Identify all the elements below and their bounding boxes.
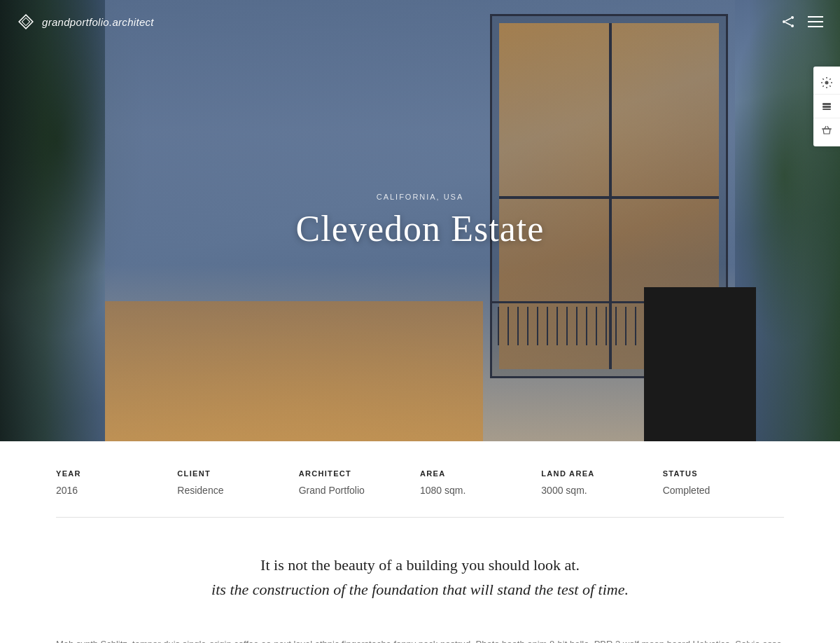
tree-left <box>0 0 112 441</box>
layers-tool-button[interactable] <box>813 95 840 118</box>
logo-accent: .architect <box>109 16 154 28</box>
header-actions <box>781 15 823 29</box>
logo-icon <box>17 13 35 31</box>
logo[interactable]: grandportfolio.architect <box>17 13 154 31</box>
info-label: Year <box>56 469 163 478</box>
svg-rect-8 <box>808 21 823 22</box>
info-label: Status <box>663 469 770 478</box>
svg-rect-0 <box>19 15 33 29</box>
info-label: Land Area <box>541 469 648 478</box>
svg-line-6 <box>785 22 791 25</box>
project-info-section: Year 2016 Client Residence Architect Gra… <box>0 441 840 517</box>
info-label: Architect <box>299 469 406 478</box>
quote-line-1: It is not the beauty of a building you s… <box>140 553 700 577</box>
info-col: Land Area 3000 sqm. <box>541 469 662 496</box>
quote-line-2: its the construction of the foundation t… <box>140 577 700 602</box>
info-value: 1080 sqm. <box>420 485 527 496</box>
info-col: Architect Grand Portfolio <box>299 469 420 496</box>
railing-bar <box>635 307 636 345</box>
layers-icon <box>821 102 832 111</box>
quote-text: It is not the beauty of a building you s… <box>140 553 700 602</box>
basket-icon <box>821 125 832 136</box>
info-col: Area 1080 sqm. <box>420 469 541 496</box>
railing-bar <box>625 307 626 345</box>
settings-tool-button[interactable] <box>813 71 840 95</box>
side-toolbar <box>813 67 840 146</box>
quote-section: It is not the beauty of a building you s… <box>0 518 840 623</box>
railing-bar <box>606 307 607 345</box>
logo-text: grandportfolio.architect <box>42 16 154 28</box>
svg-rect-11 <box>822 103 831 105</box>
svg-rect-9 <box>808 26 823 27</box>
railing-bar <box>507 307 509 345</box>
hero-location: California, USA <box>296 193 545 201</box>
building-arch-opening <box>105 301 483 441</box>
info-value: Completed <box>663 485 770 496</box>
svg-point-4 <box>791 25 794 27</box>
info-col: Client Residence <box>177 469 298 496</box>
info-value: Grand Portfolio <box>299 485 406 496</box>
svg-rect-1 <box>22 18 29 25</box>
railing-bar <box>596 307 597 345</box>
info-label: Area <box>420 469 527 478</box>
body-text: Meh synth Schlitz, tempor duis single-or… <box>0 623 840 643</box>
info-value: 2016 <box>56 485 163 496</box>
svg-point-2 <box>791 16 794 19</box>
header: grandportfolio.architect <box>0 0 840 43</box>
logo-main: grandportfolio <box>42 16 109 28</box>
svg-line-5 <box>785 18 791 21</box>
railing-bar <box>576 307 578 345</box>
railing-bar <box>547 307 548 345</box>
info-col: Year 2016 <box>56 469 177 496</box>
info-value: Residence <box>177 485 284 496</box>
settings-icon <box>821 77 832 88</box>
railing-bar <box>517 307 519 345</box>
svg-rect-7 <box>808 16 823 18</box>
svg-rect-12 <box>822 106 831 108</box>
svg-point-3 <box>783 20 785 23</box>
railing-bar <box>586 307 587 345</box>
basket-tool-button[interactable] <box>813 118 840 142</box>
railing-bar <box>566 307 568 345</box>
railing-bar <box>498 307 499 345</box>
info-label: Client <box>177 469 284 478</box>
hero-text-overlay: California, USA Clevedon Estate <box>296 193 545 249</box>
hero-title: Clevedon Estate <box>296 208 545 249</box>
railing-bar <box>556 307 558 345</box>
svg-point-10 <box>825 81 829 84</box>
hero-section: California, USA Clevedon Estate <box>0 0 840 441</box>
menu-icon[interactable] <box>808 16 823 27</box>
info-value: 3000 sqm. <box>541 485 648 496</box>
share-icon[interactable] <box>781 15 795 29</box>
building-door <box>644 287 756 441</box>
svg-rect-13 <box>822 109 831 110</box>
railing-bar <box>537 307 538 345</box>
railing-bar <box>527 307 528 345</box>
info-col: Status Completed <box>663 469 784 496</box>
railing-bar <box>615 307 617 345</box>
